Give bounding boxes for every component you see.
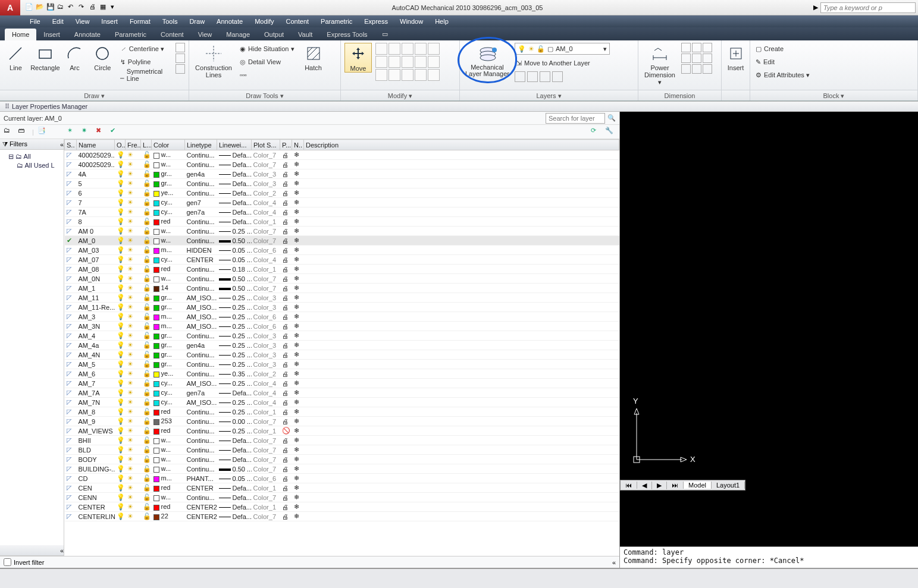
layer-row[interactable]: ◸AM_5💡☀🔓 gr...Continu... 0.25 ...Color_3… — [65, 360, 619, 369]
col-plotstyle[interactable]: Plot S... — [252, 140, 280, 150]
layer-dropdown[interactable]: 💡 ☀ 🔓 ▢ AM_0 ▾ — [515, 43, 610, 55]
ribbon-tab-output[interactable]: Output — [257, 29, 291, 40]
layer-row[interactable]: ◸AM_08💡☀🔓 redContinu... 0.18 ...Color_1🖨… — [65, 265, 619, 274]
layer-row[interactable]: ◸AM_6💡☀🔓 ye...Continu... 0.35 ...Color_2… — [65, 369, 619, 379]
menu-edit[interactable]: Edit — [46, 18, 70, 25]
layer-row[interactable]: ◸AM_7💡☀🔓 cy...AM_ISO... 0.25 ...Color_4🖨… — [65, 379, 619, 388]
modify-tool[interactable] — [415, 56, 427, 68]
symmetrical-line-button[interactable]: ⎯Symmetrical Line — [118, 69, 172, 81]
ribbon-tab-manage[interactable]: Manage — [219, 29, 257, 40]
col-lock[interactable]: L... — [141, 140, 152, 150]
col-freeze[interactable]: Fre... — [126, 140, 141, 150]
draw-extra-3[interactable] — [176, 64, 185, 74]
keyword-search-input[interactable] — [820, 2, 916, 13]
line-button[interactable]: Line — [4, 43, 28, 71]
new-filter-icon[interactable]: 🗂 — [4, 127, 14, 137]
menu-modify[interactable]: Modify — [249, 18, 280, 25]
menu-draw[interactable]: Draw — [183, 18, 211, 25]
col-plot[interactable]: P... — [280, 140, 292, 150]
block-edit-button[interactable]: ✎Edit — [754, 56, 812, 68]
dim-tool[interactable] — [681, 64, 691, 74]
layer-row[interactable]: ◸CENTER💡☀🔓 redCENTER2 Defa...Color_1🖨❄ — [65, 502, 619, 512]
panel-modify-label[interactable]: Modify ▾ — [341, 90, 459, 100]
layer-row[interactable]: ◸AM_4a💡☀🔓 gr...gen4a 0.25 ...Color_3🖨❄ — [65, 341, 619, 350]
qat-print-icon[interactable]: 🖨 — [89, 3, 99, 12]
search-icon[interactable]: 🔍 — [607, 114, 616, 122]
dim-tool[interactable] — [692, 64, 701, 74]
modify-tool[interactable] — [402, 56, 413, 68]
move-button[interactable]: Move — [344, 43, 372, 73]
qat-open-icon[interactable]: 📂 — [36, 3, 45, 12]
dim-tool[interactable] — [692, 43, 701, 52]
layer-row[interactable]: ◸400025029...💡☀🔓 w...Continu... Defa...C… — [65, 160, 619, 169]
arc-button[interactable]: Arc — [62, 43, 87, 71]
qat-saveas-icon[interactable]: 🗂 — [57, 3, 67, 12]
lpm-grip-icon[interactable]: ⠿ — [5, 103, 10, 111]
layer-row[interactable]: ◸8💡☀🔓 redContinu... Defa...Color_1🖨❄ — [65, 217, 619, 227]
dim-tool[interactable] — [703, 43, 712, 52]
circle-button[interactable]: Circle — [90, 43, 115, 71]
filters-collapse[interactable]: « — [0, 545, 64, 556]
layer-tool[interactable] — [552, 71, 563, 82]
block-edit-attributes-button[interactable]: ⚙Edit Attributes ▾ — [754, 69, 812, 81]
app-logo[interactable]: A — [0, 0, 20, 15]
layer-row[interactable]: ◸AM_4💡☀🔓 gr...Continu... 0.25 ...Color_3… — [65, 331, 619, 341]
qat-redo-icon[interactable]: ↷ — [79, 3, 88, 12]
col-color[interactable]: Color — [152, 140, 185, 150]
menu-express[interactable]: Express — [358, 18, 394, 25]
layer-states-icon[interactable]: 📑 — [37, 127, 48, 137]
new-layer-vp-icon[interactable]: ✷ — [82, 127, 92, 137]
layer-row[interactable]: ◸AM_8💡☀🔓 redContinu... 0.25 ...Color_1🖨❄ — [65, 407, 619, 417]
modify-tool[interactable] — [388, 56, 400, 68]
layer-tool[interactable] — [540, 71, 550, 82]
layer-row[interactable]: ◸AM_03💡☀🔓 m...HIDDEN 0.05 ...Color_6🖨❄ — [65, 246, 619, 255]
ribbon-tab-parametric[interactable]: Parametric — [108, 29, 153, 40]
layer-row[interactable]: ◸CD💡☀🔓 m...PHANT... 0.05 ...Color_6🖨❄ — [65, 474, 619, 483]
block-create-button[interactable]: ▢Create — [754, 43, 812, 55]
layer-row[interactable]: ◸AM_11💡☀🔓 gr...AM_ISO... 0.25 ...Color_3… — [65, 293, 619, 303]
qat-dd-icon[interactable]: ▾ — [111, 3, 120, 12]
tab-nav-prev-icon[interactable]: ◀ — [637, 482, 652, 489]
layer-row[interactable]: ◸AM_07💡☀🔓 cy...CENTER 0.05 ...Color_4🖨❄ — [65, 255, 619, 265]
menu-content[interactable]: Content — [280, 18, 315, 25]
qat-plot-icon[interactable]: ▦ — [100, 3, 109, 12]
modify-tool[interactable] — [375, 69, 387, 81]
layer-row[interactable]: ◸AM_VIEWS💡☀🔓 redContinu... 0.25 ...Color… — [65, 426, 619, 436]
qat-save-icon[interactable]: 💾 — [46, 3, 56, 12]
layer-row[interactable]: ✔AM_0💡☀🔓 w...Continu... 0.50 ...Color_7🖨… — [65, 236, 619, 246]
layer-row[interactable]: ◸5💡☀🔓 gr...Continu... Defa...Color_3🖨❄ — [65, 179, 619, 188]
filter-all-used[interactable]: 🗂 All Used L — [2, 161, 61, 169]
ribbon-tab-home[interactable]: Home — [5, 29, 36, 40]
panel-dimension-label[interactable]: Dimension — [638, 90, 721, 100]
layer-row[interactable]: ◸7A💡☀🔓 cy...gen7a Defa...Color_4🖨❄ — [65, 207, 619, 217]
menu-window[interactable]: Window — [394, 18, 429, 25]
power-dimension-button[interactable]: Power Dimension ▾ — [642, 43, 678, 86]
hide-situation-button[interactable]: ◉Hide Situation ▾ — [238, 43, 296, 55]
ribbon-tab-expresstools[interactable]: Express Tools — [319, 29, 374, 40]
menu-tools[interactable]: Tools — [156, 18, 184, 25]
layer-row[interactable]: ◸AM_4N💡☀🔓 gr...Continu... 0.25 ...Color_… — [65, 350, 619, 360]
dim-tool[interactable] — [703, 64, 712, 74]
layer-row[interactable]: ◸AM_1💡☀🔓 14Continu... 0.50 ...Color_7🖨❄ — [65, 284, 619, 293]
ribbon-tab-focus-icon[interactable]: ▭ — [375, 28, 395, 40]
search-arrow-icon[interactable]: ▶ — [811, 4, 820, 11]
modify-tool[interactable] — [428, 43, 440, 55]
dim-tool[interactable] — [681, 43, 691, 52]
layer-tool[interactable] — [515, 71, 525, 82]
new-layer-icon[interactable]: ✶ — [67, 127, 78, 137]
dim-tool[interactable] — [692, 54, 701, 63]
modify-tool[interactable] — [375, 56, 387, 68]
detail-view-button[interactable]: ◎Detail View — [238, 56, 296, 68]
settings-icon[interactable]: 🔧 — [605, 127, 616, 137]
layer-row[interactable]: ◸CENTERLINE💡☀🔓 22CENTER2 Defa...Color_7🖨… — [65, 512, 619, 521]
insert-button[interactable]: Insert — [725, 43, 746, 71]
layer-row[interactable]: ◸6💡☀🔓 ye...Continu... Defa...Color_2🖨❄ — [65, 188, 619, 198]
col-linetype[interactable]: Linetype — [185, 140, 217, 150]
layer-row[interactable]: ◸AM_9💡☀🔓 253Continu... 0.00 ...Color_7🖨❄ — [65, 417, 619, 426]
centerline-button[interactable]: ⟋Centerline ▾ — [118, 43, 172, 55]
menu-insert[interactable]: Insert — [95, 18, 124, 25]
modify-tool[interactable] — [402, 43, 413, 55]
layer-row[interactable]: ◸BLD💡☀🔓 w...Continu... Defa...Color_7🖨❄ — [65, 445, 619, 455]
layer-row[interactable]: ◸AM_7N💡☀🔓 cy...AM_ISO... 0.25 ...Color_4… — [65, 398, 619, 407]
layer-row[interactable]: ◸CENN💡☀🔓 w...Continu... Defa...Color_7🖨❄ — [65, 493, 619, 502]
